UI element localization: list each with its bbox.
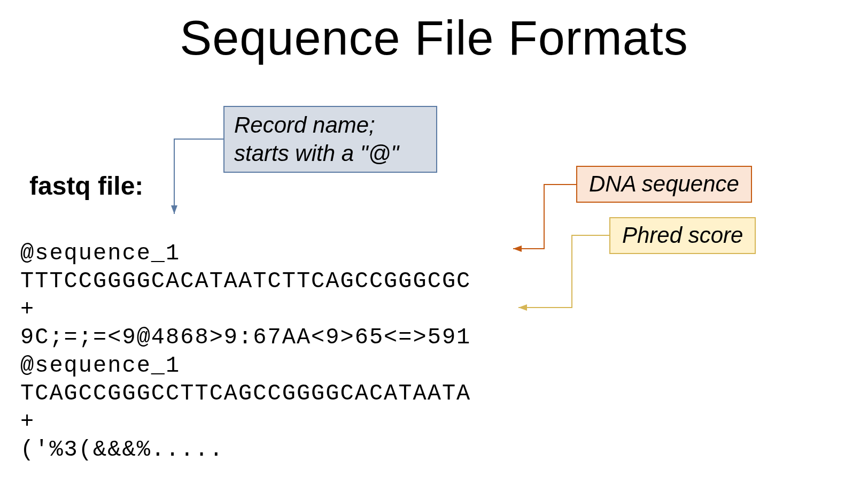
connector-dna xyxy=(513,185,576,249)
fastq-line-header2: @sequence_1 xyxy=(20,353,180,379)
fastq-line-header1: @sequence_1 xyxy=(20,241,180,266)
callout-dna-sequence: DNA sequence xyxy=(576,166,752,203)
fastq-line-seq2: TCAGCCGGGCCTTCAGCCGGGGCACATAATA xyxy=(20,381,471,406)
fastq-line-qual1: 9C;=;=<9@4868>9:67AA<9>65<=>591 xyxy=(20,325,471,350)
slide-title: Sequence File Formats xyxy=(0,11,868,66)
fastq-line-seq1: TTTCCGGGGCACATAATCTTCAGCCGGGCGC xyxy=(20,268,471,294)
connector-phred xyxy=(518,235,609,308)
callout-phred-score: Phred score xyxy=(609,217,756,254)
fastq-code-block: @sequence_1 TTTCCGGGGCACATAATCTTCAGCCGGG… xyxy=(20,211,471,464)
fastq-line-qual2: ('%3(&&&%..... xyxy=(20,437,224,463)
section-label-fastq: fastq file: xyxy=(29,171,143,201)
callout-record-name: Record name;starts with a "@" xyxy=(223,106,437,173)
connector-record xyxy=(174,139,223,214)
fastq-line-plus1: + xyxy=(20,297,35,323)
fastq-line-plus2: + xyxy=(20,409,35,435)
